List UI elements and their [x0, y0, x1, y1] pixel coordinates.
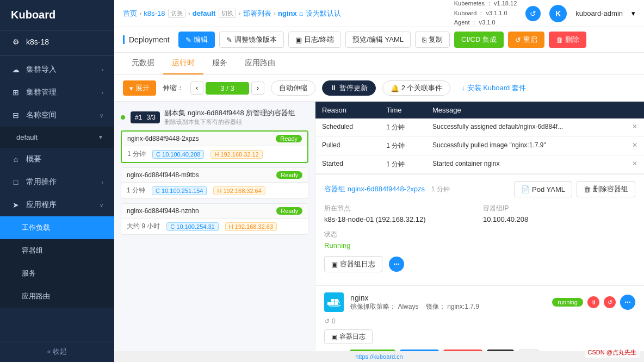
sidebar-item-k8s18[interactable]: ⚙ k8s-18: [0, 30, 114, 53]
namespace-switch-button[interactable]: 切换: [219, 9, 236, 18]
delete-icon: 🗑: [584, 185, 591, 194]
pod-3-time: 大约 9 小时: [127, 222, 160, 231]
tab-metadata[interactable]: 元数据: [123, 53, 163, 74]
sidebar-item-container-group[interactable]: 容器组: [0, 239, 114, 262]
event-time-2: 1 分钟: [380, 155, 426, 174]
close-event-2[interactable]: ✕: [632, 160, 637, 167]
top-header: 首页 › k8s-18 切换 › default 切换 › 部署列表 › ngi…: [114, 0, 644, 27]
pod-card-1: nginx-6d884f9448-2xpzs Ready 1 分钟 C 10.1…: [121, 130, 308, 163]
refresh-button[interactable]: ↺: [525, 6, 541, 21]
sidebar-item-default[interactable]: default ▼: [0, 127, 114, 148]
scale-progress: 3 / 3: [206, 82, 249, 95]
event-table-time-header: Time: [380, 102, 426, 118]
tab-runtime[interactable]: 运行时: [163, 53, 203, 74]
sidebar-item-overview[interactable]: ⌂ 概要: [0, 148, 114, 171]
kubernetes-label: Kubernetes: [454, 0, 485, 7]
sidebar-item-service[interactable]: 服务: [0, 262, 114, 285]
install-kuboard-button[interactable]: ↓ 安装 Kuboard 套件: [457, 81, 530, 95]
copy-button[interactable]: ⎘ 复制: [415, 32, 450, 48]
sidebar-item-namespace[interactable]: ⊟ 名称空间 ∨: [0, 104, 114, 127]
sidebar: Kuboard ⚙ k8s-18 ☁ 集群导入 › ⊞ 集群管理 › ⊟ 名称空…: [0, 0, 114, 362]
restart-container-button[interactable]: ↺: [604, 296, 616, 308]
pod-detail: 容器组 nginx-6d884f9448-2xpzs 1 分钟 📄 Pod YA…: [315, 174, 644, 285]
docker-icon: [324, 292, 344, 312]
stop-button[interactable]: ⏸: [587, 296, 599, 308]
chevron-down-icon: ∨: [100, 113, 103, 118]
event-message-1: Successfully pulled image "nginx:1.7.9" …: [426, 137, 644, 155]
event-button[interactable]: 🔔 2 个关联事件: [382, 80, 451, 96]
pod-2-time: 1 分钟: [127, 186, 145, 195]
cluster-switch-button[interactable]: 切换: [168, 9, 185, 18]
left-panel: #1 3/3 副本集 nginx-6d884f9448 所管理的容器组 删除该副…: [114, 102, 315, 351]
pod-3-name[interactable]: nginx-6d884f9448-nznhn: [127, 207, 199, 215]
more-button[interactable]: ···: [389, 257, 404, 272]
event-reason-started: Started: [315, 155, 380, 174]
edit-button[interactable]: ✎ 编辑: [178, 32, 215, 48]
status-dot: [121, 115, 125, 120]
chevron-right-icon: ›: [102, 67, 103, 73]
pod-2-name[interactable]: nginx-6d884f9448-m9tbs: [127, 171, 199, 179]
chevron-down-icon: ▼: [98, 134, 103, 140]
breadcrumb-cluster[interactable]: k8s-18: [144, 9, 165, 17]
container-group-log-button[interactable]: ▣ 容器组日志: [324, 256, 382, 272]
expand-button[interactable]: ▾ 展开: [123, 80, 156, 96]
auto-scale-button[interactable]: 自动伸缩: [271, 80, 315, 96]
running-badge: running: [552, 298, 583, 307]
delete-container-group-button[interactable]: 🗑 删除容器组: [577, 181, 635, 197]
pod-group-title: 副本集 nginx-6d884f9448 所管理的容器组: [164, 108, 295, 118]
scale-right-button[interactable]: ›: [251, 82, 264, 95]
pod-2-ip-h: H 192.168.32.64: [213, 186, 265, 195]
pod-card-2-header: nginx-6d884f9448-m9tbs Ready: [121, 168, 308, 183]
cicd-button[interactable]: CI/CD 集成: [454, 32, 504, 48]
refresh-icon[interactable]: ↺: [324, 317, 330, 325]
tab-app-route[interactable]: 应用路由: [236, 53, 284, 74]
kubernetes-version: v1.18.12: [494, 0, 517, 7]
restart-button[interactable]: ↺ 重启: [508, 32, 544, 48]
tab-service[interactable]: 服务: [203, 53, 236, 74]
pod-2-status: Ready: [276, 171, 302, 179]
event-table-reason-header: Reason: [315, 102, 380, 118]
avatar: K: [549, 5, 567, 22]
user-name[interactable]: kuboard-admin: [575, 9, 623, 17]
event-table-message-header: Message: [426, 102, 644, 118]
breadcrumb-deployment-list[interactable]: 部署列表: [243, 9, 271, 18]
tab-bar: 元数据 运行时 服务 应用路由: [114, 53, 644, 75]
pod-detail-header: 容器组 nginx-6d884f9448-2xpzs 1 分钟 📄 Pod YA…: [324, 181, 635, 197]
chevron-right-icon: ›: [102, 90, 103, 96]
sidebar-item-workload[interactable]: 工作负载: [0, 216, 114, 239]
status-info: 状态 Running: [324, 230, 476, 249]
grid-icon: ⊞: [11, 88, 21, 97]
delete-button[interactable]: 🗑 删除: [549, 32, 586, 48]
container-log-button[interactable]: ▣ 容器日志: [324, 329, 373, 344]
pod-detail-title: 容器组 nginx-6d884f9448-2xpzs: [324, 185, 425, 193]
container-more-button[interactable]: ···: [620, 295, 635, 310]
collapse-button[interactable]: « 收起: [0, 341, 114, 362]
pod-1-name[interactable]: nginx-6d884f9448-2xpzs: [127, 135, 199, 142]
sidebar-item-app[interactable]: ➤ 应用程序 ∨: [0, 194, 114, 216]
sidebar-item-app-route[interactable]: 应用路由: [0, 285, 114, 308]
close-event-1[interactable]: ✕: [632, 141, 637, 149]
breadcrumb-namespace[interactable]: default: [193, 9, 216, 17]
svg-rect-3: [335, 302, 338, 305]
container-meta: 镜像抓取策略： Always 镜像： nginx:1.7.9: [350, 302, 479, 311]
container-name: nginx: [350, 294, 479, 302]
event-message-2: Started container nginx ✕: [426, 155, 644, 174]
sidebar-item-cluster-import[interactable]: ☁ 集群导入 ›: [0, 58, 114, 81]
event-reason-scheduled: Scheduled: [315, 118, 380, 137]
pod-yaml-button[interactable]: 📄 Pod YAML: [514, 181, 572, 197]
sidebar-item-common-ops[interactable]: □ 常用操作 ›: [0, 171, 114, 194]
breadcrumb: 首页 › k8s-18 切换 › default 切换 › 部署列表 › ngi…: [123, 9, 341, 18]
scale-left-button[interactable]: ‹: [190, 82, 203, 95]
pod-1-time: 1 分钟: [127, 149, 146, 159]
pause-update-button[interactable]: ⏸ 暂停更新: [322, 80, 376, 96]
close-event-0[interactable]: ✕: [632, 123, 637, 130]
pod-card-3: nginx-6d884f9448-nznhn Ready 大约 9 小时 C 1…: [121, 203, 308, 235]
pod-3-ip-c: C 10.100.254.31: [166, 222, 218, 231]
log-terminal-button[interactable]: ▣ 日志/终端: [288, 32, 342, 48]
sidebar-item-cluster-manage[interactable]: ⊞ 集群管理 ›: [0, 81, 114, 104]
breadcrumb-home[interactable]: 首页: [123, 9, 137, 18]
adjust-image-button[interactable]: ✎ 调整镜像版本: [219, 32, 284, 48]
chevron-down-icon: ∨: [100, 202, 103, 208]
breadcrumb-default[interactable]: 设为默认认: [306, 9, 341, 18]
preview-yaml-button[interactable]: 预览/编辑 YAML: [345, 32, 411, 48]
